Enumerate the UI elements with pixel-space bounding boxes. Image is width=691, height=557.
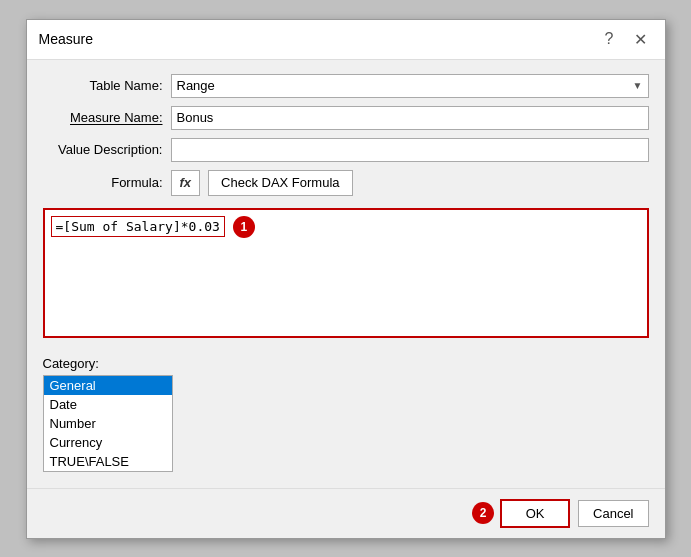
cancel-button[interactable]: Cancel [578, 500, 648, 527]
measure-dialog: Measure ? ✕ Table Name: Range ▼ Measure … [26, 19, 666, 539]
close-button[interactable]: ✕ [628, 28, 653, 51]
formula-row: Formula: fx Check DAX Formula [43, 170, 649, 196]
table-name-dropdown[interactable]: Range ▼ [171, 74, 649, 98]
value-desc-input[interactable] [171, 138, 649, 162]
value-desc-row: Value Description: [43, 138, 649, 162]
check-dax-button[interactable]: Check DAX Formula [208, 170, 352, 196]
ok-button[interactable]: OK [500, 499, 570, 528]
table-name-row: Table Name: Range ▼ [43, 74, 649, 98]
ok-button-wrap: 2 OK [500, 499, 570, 528]
title-buttons: ? ✕ [599, 28, 653, 51]
formula-label: Formula: [43, 175, 163, 190]
dialog-body: Table Name: Range ▼ Measure Name: Value … [27, 60, 665, 488]
measure-name-label: Measure Name: [43, 110, 163, 125]
formula-text: =[Sum of Salary]*0.03 [51, 216, 225, 237]
badge-1: 1 [233, 216, 255, 238]
fx-button[interactable]: fx [171, 170, 201, 196]
category-list[interactable]: General Date Number Currency TRUE\FALSE [43, 375, 173, 472]
category-section: Category: General Date Number Currency T… [43, 356, 649, 472]
table-name-value: Range [177, 78, 215, 93]
category-item-currency[interactable]: Currency [44, 433, 172, 452]
category-item-truefalse[interactable]: TRUE\FALSE [44, 452, 172, 471]
value-desc-label: Value Description: [43, 142, 163, 157]
help-button[interactable]: ? [599, 28, 620, 50]
table-name-label: Table Name: [43, 78, 163, 93]
measure-name-input[interactable] [171, 106, 649, 130]
category-item-number[interactable]: Number [44, 414, 172, 433]
category-item-general[interactable]: General [44, 376, 172, 395]
title-bar: Measure ? ✕ [27, 20, 665, 60]
measure-name-row: Measure Name: [43, 106, 649, 130]
category-label: Category: [43, 356, 649, 371]
formula-content: =[Sum of Salary]*0.03 1 [51, 216, 641, 238]
category-item-date[interactable]: Date [44, 395, 172, 414]
formula-editor[interactable]: =[Sum of Salary]*0.03 1 [43, 208, 649, 338]
badge-2: 2 [472, 502, 494, 524]
dropdown-arrow-icon: ▼ [633, 80, 643, 91]
dialog-footer: 2 OK Cancel [27, 488, 665, 538]
dialog-title: Measure [39, 31, 93, 47]
